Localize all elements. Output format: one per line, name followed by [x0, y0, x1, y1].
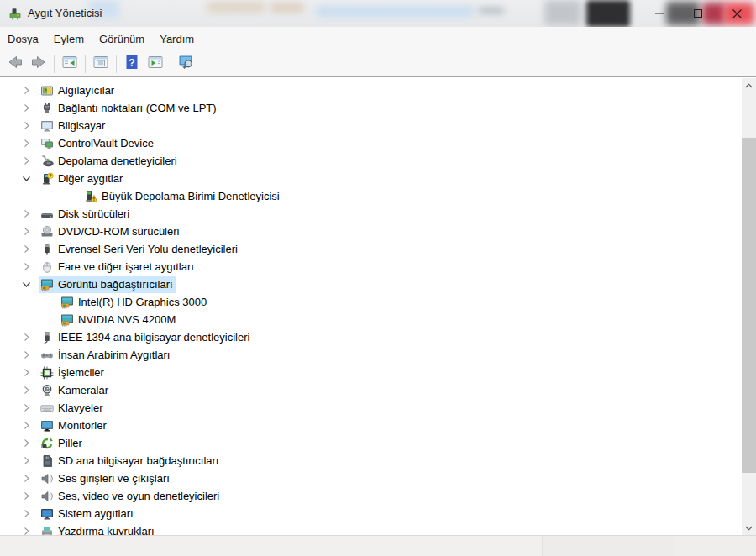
scan-hardware-changes-icon	[178, 54, 195, 73]
chevron-collapsed-icon[interactable]	[22, 227, 31, 236]
tree-item-content[interactable]: Sistem aygıtları	[39, 506, 137, 522]
tree-item-content[interactable]: Kameralar	[39, 382, 112, 399]
chevron-collapsed-icon[interactable]	[22, 491, 31, 501]
chevron-collapsed-icon[interactable]	[22, 86, 31, 95]
tree-item-content[interactable]: İşlemciler	[39, 365, 108, 381]
tree-item-content[interactable]: Depolama denetleyicileri	[39, 153, 181, 170]
tree-item-content[interactable]: Intel(R) HD Graphics 3000	[59, 294, 210, 311]
chevron-collapsed-icon[interactable]	[22, 244, 31, 254]
scroll-down-button[interactable]	[742, 521, 756, 535]
chevron-collapsed-icon[interactable]	[22, 350, 31, 359]
tree-item-content[interactable]: Disk sürücüleri	[39, 206, 133, 223]
tree-item-content[interactable]: Bilgisayar	[39, 118, 108, 134]
taskbar[interactable]	[0, 535, 756, 556]
tree-item-content[interactable]: ControlVault Device	[39, 135, 157, 152]
tree-item[interactable]: Bağlantı noktaları (COM ve LPT)	[0, 99, 742, 117]
tree-item[interactable]: Kameralar	[0, 381, 742, 399]
tree-item-content[interactable]: NVIDIA NVS 4200M	[59, 312, 179, 328]
chevron-expanded-icon[interactable]	[22, 174, 31, 183]
chevron-collapsed-icon[interactable]	[22, 474, 31, 483]
tree-item-content[interactable]: Klavyeler	[39, 400, 106, 417]
chevron-collapsed-icon[interactable]	[22, 156, 31, 165]
tree-item-content[interactable]: ?Diğer aygıtlar	[39, 170, 126, 187]
tree-item-content[interactable]: DVD/CD-ROM sürücüleri	[39, 223, 182, 240]
action-pane-button[interactable]	[144, 54, 166, 74]
tree-item[interactable]: Evrensel Seri Veri Yolu denetleyicileri	[0, 240, 742, 258]
chevron-collapsed-icon[interactable]	[22, 368, 31, 377]
tree-item[interactable]: NVIDIA NVS 4200M	[0, 311, 742, 328]
tree-item[interactable]: Fare ve diğer işaret aygıtları	[0, 258, 742, 275]
tree-item-selected-content[interactable]: Görüntü bağdaştırıcıları	[39, 276, 176, 293]
tree-item-content[interactable]: Bağlantı noktaları (COM ve LPT)	[39, 100, 220, 117]
chevron-down-icon	[745, 526, 753, 531]
tree-item[interactable]: Büyük Depolama Birimi Denetleyicisi	[0, 187, 742, 205]
ports-icon	[40, 102, 54, 115]
help-button[interactable]: ?	[121, 54, 143, 74]
scrollbar-thumb[interactable]	[742, 138, 756, 473]
tree-item[interactable]: Monitörler	[0, 417, 742, 434]
tree-item-content[interactable]: IEEE 1394 ana bilgisayar denetleyicileri	[39, 329, 253, 346]
tree-item[interactable]: Disk sürücüleri	[0, 205, 742, 223]
maximize-button[interactable]	[679, 0, 717, 27]
tree-item[interactable]: Piller	[0, 434, 742, 452]
chevron-collapsed-icon[interactable]	[22, 121, 31, 130]
tree-item-content[interactable]: Piller	[39, 435, 86, 452]
tree-item-content[interactable]: Yazdırma kuyrukları	[39, 523, 158, 536]
tree-item[interactable]: Yazdırma kuyrukları	[0, 522, 742, 535]
tree-item[interactable]: Görüntü bağdaştırıcıları	[0, 275, 742, 293]
tree-item-content[interactable]: Ses, video ve oyun denetleyicileri	[39, 488, 223, 505]
camera-icon	[40, 384, 54, 397]
chevron-collapsed-icon[interactable]	[22, 139, 31, 148]
back-button[interactable]	[4, 54, 26, 74]
chevron-collapsed-icon[interactable]	[22, 209, 31, 218]
chevron-collapsed-icon[interactable]	[22, 103, 31, 113]
menu-item[interactable]: Dosya	[0, 29, 46, 50]
tree-item[interactable]: ControlVault Device	[0, 134, 742, 152]
scroll-up-button[interactable]	[742, 78, 756, 92]
chevron-collapsed-icon[interactable]	[22, 421, 31, 430]
chevron-collapsed-icon[interactable]	[22, 456, 31, 465]
properties-button[interactable]	[90, 54, 112, 74]
tree-item[interactable]: DVD/CD-ROM sürücüleri	[0, 223, 742, 240]
menu-item[interactable]: Eylem	[46, 29, 92, 50]
tree-item[interactable]: Bilgisayar	[0, 117, 742, 134]
tree-item[interactable]: İnsan Arabirim Aygıtları	[0, 346, 742, 364]
tree-item[interactable]: Ses girişleri ve çıkışları	[0, 469, 742, 487]
chevron-collapsed-icon[interactable]	[22, 386, 31, 395]
forward-button[interactable]	[28, 54, 50, 74]
tree-item-content[interactable]: Fare ve diğer işaret aygıtları	[39, 259, 197, 275]
minimize-button[interactable]	[640, 0, 679, 27]
tree-item[interactable]: Algılayıcılar	[0, 81, 742, 99]
tree-item[interactable]: ?Diğer aygıtlar	[0, 170, 742, 187]
tree-item[interactable]: Depolama denetleyicileri	[0, 152, 742, 170]
tree-item-content[interactable]: SD ana bilgisayar bağdaştırıcıları	[39, 453, 222, 469]
tree-item[interactable]: Ses, video ve oyun denetleyicileri	[0, 487, 742, 505]
chevron-collapsed-icon[interactable]	[22, 333, 31, 342]
scan-hardware-changes-button[interactable]	[176, 54, 197, 74]
tree-item[interactable]: SD ana bilgisayar bağdaştırıcıları	[0, 452, 742, 469]
tree-item[interactable]: İşlemciler	[0, 364, 742, 381]
chevron-collapsed-icon[interactable]	[22, 509, 31, 518]
tree-item-content[interactable]: Ses girişleri ve çıkışları	[39, 470, 173, 487]
tree-item[interactable]: Intel(R) HD Graphics 3000	[0, 293, 742, 311]
chevron-expanded-icon[interactable]	[22, 280, 31, 289]
tree-item-content[interactable]: Evrensel Seri Veri Yolu denetleyicileri	[39, 241, 241, 258]
tree-item[interactable]: Sistem aygıtları	[0, 505, 742, 522]
vertical-scrollbar[interactable]	[742, 78, 756, 535]
show-console-tree-button[interactable]	[59, 54, 81, 74]
tree-item[interactable]: Klavyeler	[0, 399, 742, 417]
chevron-collapsed-icon[interactable]	[22, 262, 31, 271]
tree-item-label: IEEE 1394 ana bilgisayar denetleyicileri	[58, 330, 249, 345]
chevron-collapsed-icon[interactable]	[22, 438, 31, 448]
chevron-collapsed-icon[interactable]	[22, 403, 31, 412]
sensors-icon	[40, 84, 54, 97]
close-button[interactable]	[717, 0, 756, 27]
tree-item-content[interactable]: Monitörler	[39, 417, 110, 434]
tree-item[interactable]: IEEE 1394 ana bilgisayar denetleyicileri	[0, 328, 742, 346]
tree-item-content[interactable]: Büyük Depolama Birimi Denetleyicisi	[82, 188, 283, 205]
menu-item[interactable]: Görünüm	[92, 29, 152, 50]
tree-item-content[interactable]: Algılayıcılar	[39, 82, 118, 99]
tree-item-content[interactable]: İnsan Arabirim Aygıtları	[39, 347, 173, 364]
menu-item[interactable]: Yardım	[152, 29, 202, 50]
chevron-collapsed-icon[interactable]	[22, 527, 31, 535]
